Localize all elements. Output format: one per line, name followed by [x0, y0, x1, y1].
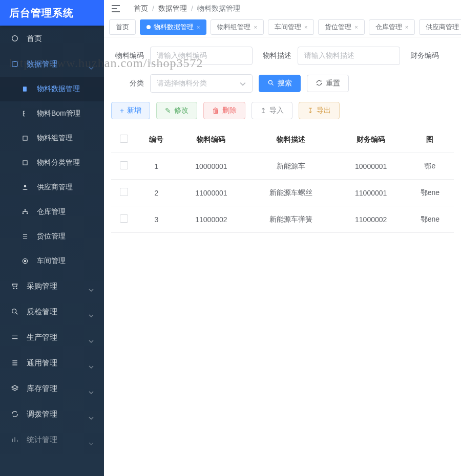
- delete-button[interactable]: 🗑 删除: [203, 102, 245, 119]
- breadcrumb-sep: /: [152, 5, 154, 13]
- svg-rect-4: [23, 161, 27, 165]
- tab-1[interactable]: 物料数据管理×: [140, 19, 206, 35]
- tab-label: 车间管理: [275, 23, 301, 32]
- export-button[interactable]: ↧ 导出: [299, 102, 340, 119]
- tab-label: 物料组管理: [217, 23, 250, 32]
- row-checkbox[interactable]: [120, 214, 128, 223]
- cell-code: 11000002: [176, 206, 246, 233]
- trash-icon: 🗑: [212, 106, 219, 115]
- breadcrumb-sep: /: [191, 5, 193, 13]
- tab-0[interactable]: 首页: [109, 19, 136, 35]
- cell-no: 3: [137, 206, 176, 233]
- filter-desc-label: 物料描述: [259, 51, 291, 60]
- row-checkbox[interactable]: [120, 188, 128, 196]
- app-logo: 后台管理系统: [0, 0, 104, 26]
- tab-3[interactable]: 车间管理×: [268, 19, 314, 35]
- breadcrumb-current: 物料数据管理: [197, 4, 240, 13]
- cell-ext: 鄂ene: [406, 180, 454, 206]
- nav-sub-bom[interactable]: 物料Bom管理: [0, 101, 104, 126]
- user-icon: [20, 183, 30, 192]
- nav-sub-material-data[interactable]: 物料数据管理: [0, 77, 104, 101]
- nav-sub-supplier[interactable]: 供应商管理: [0, 175, 104, 200]
- chevron-down-icon: [89, 336, 94, 339]
- cell-desc: 新能源车螺丝: [246, 180, 336, 206]
- cell-ext: 鄂ene: [406, 206, 454, 233]
- nav-label: 统计管理: [27, 435, 57, 445]
- svg-rect-1: [12, 61, 18, 66]
- filter-code-input[interactable]: 请输入物料编码: [150, 47, 253, 65]
- filter-desc-input[interactable]: 请输入物料描述: [298, 47, 400, 65]
- row-checkbox[interactable]: [120, 161, 128, 169]
- cell-desc: 新能源车弹簧: [246, 206, 336, 233]
- cell-desc: 新能源车: [246, 153, 336, 180]
- svg-point-5: [24, 185, 27, 187]
- search-icon: [10, 307, 19, 316]
- nav-home[interactable]: 首页: [0, 26, 104, 51]
- nav-sub-material-category[interactable]: 物料分类管理: [0, 150, 104, 175]
- svg-point-12: [268, 80, 272, 84]
- nav-label: 生产管理: [27, 333, 57, 342]
- chevron-down-icon: [240, 79, 246, 88]
- tab-2[interactable]: 物料组管理×: [211, 19, 263, 35]
- nav-transfer[interactable]: 调拨管理: [0, 401, 104, 427]
- svg-point-10: [24, 260, 26, 262]
- breadcrumb-data[interactable]: 数据管理: [158, 4, 187, 13]
- home-icon: [10, 34, 19, 43]
- close-icon[interactable]: ×: [304, 24, 307, 30]
- delete-button-label: 删除: [222, 106, 237, 115]
- tab-label: 首页: [116, 23, 129, 32]
- nav-sub-warehouse[interactable]: 仓库管理: [0, 200, 104, 224]
- col-ext: 图: [406, 126, 454, 153]
- active-dot-icon: [146, 25, 151, 29]
- export-button-label: 导出: [317, 106, 331, 115]
- chevron-down-icon: [89, 413, 94, 416]
- download-icon: ↧: [307, 106, 313, 115]
- table-row: 211000001新能源车螺丝11000001鄂ene: [111, 180, 454, 206]
- nav-data[interactable]: 数据管理: [0, 51, 104, 77]
- cell-ext: 鄂e: [406, 153, 454, 180]
- nav-inventory[interactable]: 库存管理: [0, 376, 104, 401]
- search-button[interactable]: 搜索: [259, 75, 301, 92]
- filter-cat-select[interactable]: 请选择物料分类: [150, 74, 253, 93]
- tab-label: 物料数据管理: [154, 23, 194, 32]
- col-code: 物料编码: [176, 126, 246, 153]
- close-icon[interactable]: ×: [197, 24, 200, 30]
- tab-5[interactable]: 仓库管理×: [369, 19, 415, 35]
- reset-button[interactable]: 重置: [307, 75, 349, 92]
- nav-label: 质检管理: [27, 307, 57, 317]
- nav-production[interactable]: 生产管理: [0, 324, 104, 350]
- cell-fin: 10000001: [336, 153, 406, 180]
- select-all-checkbox[interactable]: [120, 135, 128, 143]
- cart-icon: [10, 282, 19, 291]
- tab-6[interactable]: 供应商管理×: [419, 19, 461, 35]
- close-icon[interactable]: ×: [254, 24, 257, 30]
- table-row: 311000002新能源车弹簧11000002鄂ene: [111, 206, 454, 233]
- upload-icon: ↥: [260, 106, 266, 115]
- nav-home-label: 首页: [27, 34, 42, 44]
- close-icon[interactable]: ×: [405, 24, 408, 30]
- nav-sub-material-group[interactable]: 物料组管理: [0, 126, 104, 150]
- import-button[interactable]: ↥ 导入: [252, 102, 292, 119]
- breadcrumb-home[interactable]: 首页: [134, 4, 148, 13]
- nav-stats[interactable]: 统计管理: [0, 427, 104, 452]
- sidebar-toggle-icon[interactable]: [111, 5, 120, 12]
- nav-quality[interactable]: 质检管理: [0, 299, 104, 324]
- chevron-down-icon: [89, 310, 94, 313]
- close-icon[interactable]: ×: [354, 24, 358, 30]
- cell-fin: 11000002: [336, 206, 406, 233]
- nav-general[interactable]: 通用管理: [0, 350, 104, 376]
- nav-sub-label: 物料Bom管理: [37, 109, 80, 118]
- svg-rect-6: [25, 209, 26, 210]
- tab-4[interactable]: 货位管理×: [318, 19, 364, 35]
- nav-purchase[interactable]: 采购管理: [0, 273, 104, 299]
- chevron-down-icon: [89, 438, 94, 441]
- nav-sub-label: 物料数据管理: [37, 84, 80, 94]
- svg-rect-2: [23, 86, 27, 91]
- nav-sub-location[interactable]: 货位管理: [0, 224, 104, 249]
- add-button[interactable]: + 新增: [111, 102, 150, 119]
- layers-icon: [10, 384, 19, 393]
- edit-button[interactable]: ✎ 修改: [156, 102, 197, 119]
- file-icon: [20, 84, 30, 94]
- nav-sub-workshop[interactable]: 车间管理: [0, 249, 104, 273]
- nav-menu: 首页 数据管理 物料数据管理 物: [0, 26, 104, 476]
